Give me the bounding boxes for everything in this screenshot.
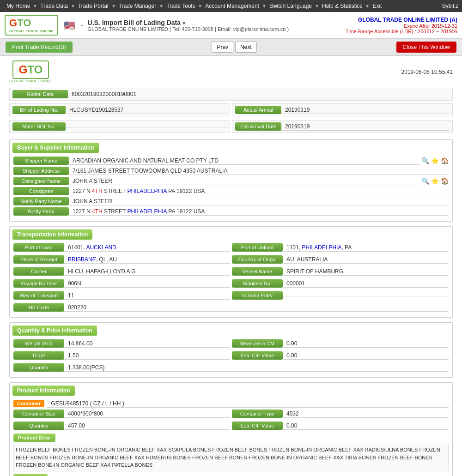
- top-next-button[interactable]: Next: [235, 42, 257, 53]
- shipper-search-icon[interactable]: 🔍: [421, 157, 429, 164]
- consignee-row: Consignee 1227 N 4TH STREET PHILADELPHIA…: [13, 187, 449, 195]
- place-receipt-label: Place of Receipt: [13, 255, 64, 264]
- place-receipt-row: Place of Receipt BRISBANE, QL, AU: [13, 255, 230, 264]
- bol-field: Bill of Lading No. HLCUSYD190128537: [9, 103, 230, 116]
- consignee-search-icon[interactable]: 🔍: [421, 177, 429, 185]
- product-quantity-row: Quantity 457.00: [13, 422, 230, 430]
- qp-quantity-row: Quantity 1,338.00(PCS): [13, 363, 449, 372]
- port-load-label: Port of Load: [13, 243, 64, 252]
- transport-grid: Port of Load 61401, AUCKLAND Port of Unl…: [13, 243, 449, 301]
- nav-trade-manager[interactable]: Trade Manager: [116, 2, 159, 10]
- country-origin-row: Country of Origin AU, AUSTRALIA: [232, 255, 449, 264]
- notify-party-name-row: Notify Party Name JOHN A STEER: [13, 197, 449, 205]
- esti-arrival-field: Esti Arrival Date 20190319: [232, 120, 453, 133]
- page-title: U.S. Import Bill of Lading Data ▾: [88, 19, 346, 26]
- time-range: Time Range Accessible (LDR) : 200712 ~ 2…: [346, 29, 457, 34]
- carrier-row: Carrier HLCU, HAPAG-LLOYD A G: [13, 267, 230, 276]
- header-bar: GTO GLOBAL TRADE ONLINE 🇺🇸 - U.S. Import…: [0, 12, 462, 39]
- product-quantity-value: 457.00: [64, 422, 230, 430]
- shipper-star-icon[interactable]: ⭐: [431, 157, 439, 164]
- port-unload-label: Port of Unload: [232, 243, 283, 252]
- measure-value: 0.00: [283, 339, 449, 348]
- shipper-name-value: ARCADIAN ORGANIC AND NATURAL MEAT CO PTY…: [69, 157, 419, 165]
- way-transport-label: Way of Transport: [13, 291, 64, 300]
- quantity-price-header: Quantity & Price Information: [12, 325, 97, 336]
- logo-box: GTO GLOBAL TRADE ONLINE: [5, 15, 58, 36]
- carrier-label: Carrier: [13, 267, 64, 276]
- container-value: GESU9485170 ( CZ / L / HH ): [47, 399, 449, 408]
- measure-label: Measure in CM: [232, 339, 283, 348]
- actual-arrival-value: 20190319: [281, 106, 450, 114]
- hs-code-row: HS Code 020220: [13, 303, 449, 312]
- consignee-name-value: JOHN A STEER: [69, 177, 419, 185]
- nav-trade-data[interactable]: Trade Data: [37, 2, 71, 10]
- shipper-address-row: Shipper Address 7/161 JAMES STREET TOOWO…: [13, 167, 449, 175]
- hs-code-value: 020220: [64, 303, 449, 312]
- weight-label: Weight (KG): [13, 339, 64, 348]
- qp-grid: Weight (KG) 14,864.00 Measure in CM 0.00…: [13, 339, 449, 362]
- main-content: GTO GLOBAL TRADE ONLINE 2019-06-06 10:55…: [0, 56, 462, 476]
- esti-arrival-value: 20190319: [281, 122, 450, 131]
- notify-party-name-value: JOHN A STEER: [69, 197, 449, 205]
- container-type-value: 4532: [283, 410, 449, 418]
- buyer-supplier-body: Shipper Name ARCADIAN ORGANIC AND NATURA…: [10, 155, 452, 221]
- inbond-row: In-bond Entry: [232, 291, 449, 300]
- esti-arrival-label: Esti Arrival Date: [235, 122, 281, 131]
- top-prev-button[interactable]: Prev: [212, 42, 233, 53]
- inbond-label: In-bond Entry: [232, 291, 283, 300]
- master-bol-row: Mater BOL No. Esti Arrival Date 20190319: [9, 120, 453, 135]
- nav-trade-tools[interactable]: Trade Tools: [164, 2, 198, 10]
- master-bol-value: [66, 126, 227, 127]
- master-bol-field: Mater BOL No.: [9, 120, 230, 133]
- voyage-label: Voyage Number: [13, 279, 64, 288]
- top-close-button[interactable]: Close This Window: [396, 42, 456, 53]
- product-desc-block: Product Desc FROZEN BEEF BONES FROZEN BO…: [13, 434, 449, 471]
- vessel-row: Vessel Name SPIRIT OF HAMBURG: [232, 267, 449, 276]
- global-data-label: Global Data: [12, 90, 68, 98]
- place-receipt-value: BRISBANE, QL, AU: [64, 255, 230, 264]
- product-quantity-label: Quantity: [13, 422, 64, 430]
- nav-my-home[interactable]: My Home: [4, 2, 33, 10]
- way-transport-row: Way of Transport 11: [13, 291, 230, 300]
- shipper-address-label: Shipper Address: [13, 167, 69, 175]
- logo-subtitle: GLOBAL TRADE ONLINE: [9, 29, 54, 33]
- content-logo-sub: GLOBAL TRADE ONLINE: [9, 79, 52, 83]
- cif-label: Esti. CIF Value: [232, 351, 283, 360]
- consignee-home-icon[interactable]: 🏠: [441, 177, 449, 185]
- measure-row: Measure in CM 0.00: [232, 339, 449, 348]
- vessel-label: Vessel Name: [232, 267, 283, 276]
- product-grid: Container Size 4000*900*800 Container Ty…: [13, 410, 449, 432]
- transport-body: Port of Load 61401, AUCKLAND Port of Unl…: [10, 241, 452, 317]
- qp-quantity-value: 1,338.00(PCS): [64, 363, 449, 372]
- bol-row: Bill of Lading No. HLCUSYD190128537 Actu…: [9, 103, 453, 118]
- shipper-home-icon[interactable]: 🏠: [441, 157, 449, 164]
- nav-account-mgmt[interactable]: Account Management: [202, 2, 262, 10]
- container-size-row: Container Size 4000*900*800: [13, 410, 230, 418]
- consignee-star-icon[interactable]: ⭐: [431, 177, 439, 185]
- manifest-label: Manifest No.: [232, 279, 283, 288]
- global-data-value: 600320190320000190801: [68, 90, 450, 98]
- container-size-label: Container Size: [13, 410, 64, 418]
- nav-switch-lang[interactable]: Switch Language: [267, 2, 315, 10]
- nav-exit[interactable]: Exit: [370, 2, 384, 10]
- cif-row: Esti. CIF Value 0.00: [232, 351, 449, 360]
- container-badge: Container: [13, 400, 44, 407]
- notify-party-label: Notify Party: [13, 207, 69, 216]
- weight-value: 14,864.00: [64, 339, 230, 348]
- weight-row: Weight (KG) 14,864.00: [13, 339, 230, 348]
- quantity-price-body: Weight (KG) 14,864.00 Measure in CM 0.00…: [10, 337, 452, 377]
- carrier-value: HLCU, HAPAG-LLOYD A G: [64, 267, 230, 276]
- voyage-row: Voyage Number 906N: [13, 279, 230, 288]
- container-row: Container GESU9485170 ( CZ / L / HH ): [13, 399, 449, 408]
- notify-party-value: 1227 N 4TH STREET PHILADELPHIA PA 19122 …: [69, 207, 449, 216]
- nav-help-stats[interactable]: Help & Statistics: [319, 2, 365, 10]
- expire-info: Expire After 2019-12-31: [346, 23, 457, 29]
- port-unload-row: Port of Unload 1101, PHILADELPHIA, PA: [232, 243, 449, 252]
- top-print-button[interactable]: Print Trade Record(S): [6, 42, 73, 53]
- buyer-supplier-header: Buyer & Supplier Information: [12, 143, 99, 153]
- nav-trade-portal[interactable]: Trade Portal: [75, 2, 111, 10]
- quantity-price-section: Quantity & Price Information Weight (KG)…: [9, 322, 453, 378]
- master-bol-label: Mater BOL No.: [12, 122, 66, 131]
- header-center: U.S. Import Bill of Lading Data ▾ GLOBAL…: [83, 19, 346, 32]
- container-type-row: Container Type 4532: [232, 410, 449, 418]
